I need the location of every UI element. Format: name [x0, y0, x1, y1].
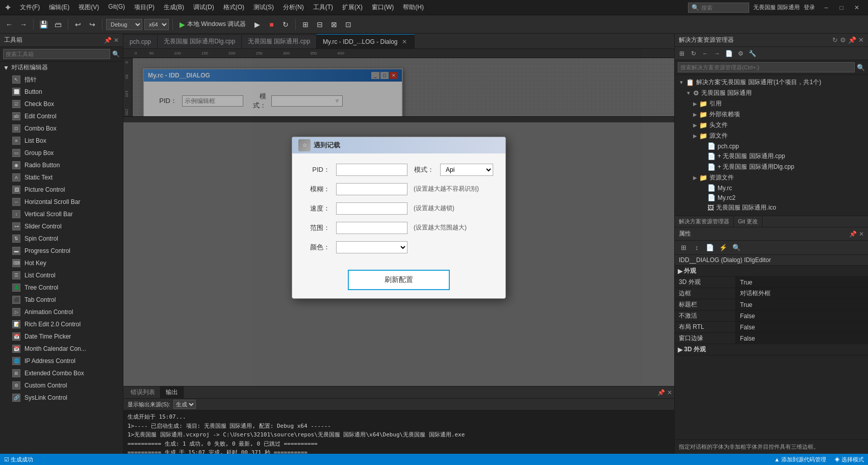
props-section-0[interactable]: ▶ 外观	[675, 266, 868, 277]
tree-item-2[interactable]: ▶📁引用	[675, 98, 868, 109]
sol-pin-icon[interactable]: 📌	[848, 36, 856, 44]
toolbox-item-v_scroll_bar[interactable]: ↕Vertical Scroll Bar	[0, 208, 123, 220]
redo-button[interactable]: ↪	[86, 18, 98, 31]
modal-mode-select[interactable]: Api Window	[440, 164, 493, 176]
menu-item-X[interactable]: 扩展(X)	[338, 2, 367, 13]
tree-item-9[interactable]: ▶📁资源文件	[675, 172, 868, 183]
toolbox-item-edit_control[interactable]: abEdit Control	[0, 110, 123, 122]
toolbox-item-pointer[interactable]: ↖指针	[0, 73, 123, 86]
toolbox-item-combo_box[interactable]: ⊡Combo Box	[0, 122, 123, 135]
menu-item-V[interactable]: 视图(V)	[74, 2, 103, 13]
sol-close-icon[interactable]: ✕	[858, 36, 864, 44]
toolbox-item-extended_combo[interactable]: ⊞Extended Combo Box	[0, 367, 123, 379]
tab-rc_dialog[interactable]: My.rc - IDD_...LOG - Dialog✕	[317, 34, 414, 48]
toolbox-pin-icon[interactable]: 📌	[104, 37, 112, 44]
tab-pch[interactable]: pch.cpp	[123, 34, 158, 48]
status-add-to-source[interactable]: ▲ 添加到源代码管理	[774, 456, 826, 463]
undo-button[interactable]: ↩	[72, 18, 84, 31]
sol-toolbar-btn6[interactable]: ⚙	[735, 48, 746, 59]
save-all-button[interactable]: 🗃	[52, 18, 64, 31]
run-continue-button[interactable]: ▶	[251, 18, 263, 31]
props-close-icon[interactable]: ✕	[859, 230, 864, 238]
solution-switch-git[interactable]: Git 更改	[734, 216, 762, 227]
tree-item-3[interactable]: ▶📁外部依赖项	[675, 109, 868, 120]
toolbox-item-spin_control[interactable]: ⇅Spin Control	[0, 232, 123, 245]
maximize-button[interactable]: □	[834, 3, 849, 13]
tab-main_cpp[interactable]: 无畏国服 国际通用.cpp	[242, 34, 317, 48]
tree-arrow-2[interactable]: ▶	[693, 101, 697, 107]
props-section-1[interactable]: ▶ 3D 外观	[675, 344, 868, 355]
toolbox-item-static_text[interactable]: AStatic Text	[0, 171, 123, 184]
toolbox-item-animation_control[interactable]: ▷Animation Control	[0, 306, 123, 318]
tree-item-12[interactable]: 🖼无畏国服 国际通用.ico	[675, 202, 868, 213]
props-pages-btn[interactable]: 📄	[704, 242, 716, 253]
save-button[interactable]: 💾	[37, 18, 50, 31]
toolbox-section-dialog[interactable]: ▼ 对话框编辑器	[0, 62, 123, 73]
layout-btn1[interactable]: ⊞	[299, 18, 312, 31]
tree-item-7[interactable]: 📄+ 无畏国服 国际通用.cpp	[675, 151, 868, 162]
output-source-select[interactable]: 生成	[173, 400, 196, 409]
tab-error-list[interactable]: 错误列表	[125, 386, 161, 399]
close-button[interactable]: ✕	[850, 3, 864, 13]
tree-arrow-0[interactable]: ▼	[679, 80, 684, 85]
layout-btn2[interactable]: ⊟	[314, 18, 326, 31]
toolbox-search-input[interactable]	[3, 49, 110, 59]
status-selection-mode[interactable]: ◈ 选择模式	[834, 456, 864, 463]
back-button[interactable]: ←	[3, 18, 15, 31]
tree-item-5[interactable]: ▶📁源文件	[675, 131, 868, 141]
toolbox-item-button[interactable]: ⬜Button	[0, 86, 123, 98]
menu-item-GitG[interactable]: Git(G)	[104, 2, 129, 13]
toolbox-close-icon[interactable]: ✕	[114, 37, 119, 44]
props-row-0-3[interactable]: 不激活False	[675, 311, 868, 322]
toolbox-item-h_scroll_bar[interactable]: ↔Horizontal Scroll Bar	[0, 196, 123, 208]
tree-item-8[interactable]: 📄+ 无畏国服 国际通用Dlg.cpp	[675, 162, 868, 172]
toolbox-item-list_control[interactable]: ☰List Control	[0, 269, 123, 281]
tab-output[interactable]: 输出	[161, 386, 184, 399]
toolbox-item-tab_control[interactable]: ⬛Tab Control	[0, 294, 123, 306]
toolbox-item-custom_control[interactable]: ⚙Custom Control	[0, 379, 123, 392]
layout-btn3[interactable]: ⊠	[328, 18, 340, 31]
toolbox-item-rich_edit[interactable]: 📝Rich Edit 2.0 Control	[0, 318, 123, 330]
global-search-input[interactable]	[701, 5, 742, 11]
menu-item-N[interactable]: 分析(N)	[279, 2, 308, 13]
sol-toolbar-btn7[interactable]: 🔧	[747, 48, 757, 59]
tree-item-1[interactable]: ▼⚙无畏国服 国际通用	[675, 88, 868, 98]
toolbox-item-progress_control[interactable]: ▬Progress Control	[0, 245, 123, 257]
toolbox-item-tree_control[interactable]: 🌲Tree Control	[0, 281, 123, 294]
props-row-0-1[interactable]: 边框对话框外框	[675, 288, 868, 299]
props-row-0-4[interactable]: 布局 RTLFalse	[675, 322, 868, 333]
toolbox-item-month_calendar[interactable]: 📆Month Calendar Con...	[0, 343, 123, 355]
minimize-button[interactable]: –	[819, 3, 833, 13]
tab-dlg_cpp[interactable]: 无畏国服 国际通用Dlg.cpp	[158, 34, 242, 48]
menu-item-B[interactable]: 生成(B)	[160, 2, 188, 13]
tree-arrow-1[interactable]: ▼	[686, 90, 691, 96]
menu-item-P[interactable]: 项目(P)	[130, 2, 159, 13]
props-alpha-btn[interactable]: ↕	[691, 242, 702, 253]
forward-button[interactable]: →	[17, 18, 30, 31]
tree-arrow-5[interactable]: ▶	[693, 133, 697, 139]
toolbox-item-hot_key[interactable]: ⌨Hot Key	[0, 257, 123, 269]
menu-item-W[interactable]: 窗口(W)	[368, 2, 398, 13]
tree-item-0[interactable]: ▼📋解决方案'无畏国服 国际通用'(1个项目，共1个)	[675, 77, 868, 88]
toolbox-item-list_box[interactable]: ≡List Box	[0, 135, 123, 147]
global-search-box[interactable]: 🔍	[688, 3, 749, 13]
solution-switch-sol[interactable]: 解决方案资源管理器	[675, 216, 734, 227]
modal-color-select[interactable]	[336, 241, 407, 253]
modal-pid-input[interactable]	[336, 164, 407, 176]
toolbox-item-group_box[interactable]: ▭Group Box	[0, 147, 123, 159]
props-row-0-0[interactable]: 3D 外观True	[675, 277, 868, 288]
toolbox-item-picture_control[interactable]: 🖼Picture Control	[0, 184, 123, 196]
tree-arrow-9[interactable]: ▶	[693, 175, 697, 180]
solution-search-input[interactable]	[678, 62, 855, 72]
config-combo[interactable]: Debug Release	[106, 19, 142, 30]
tree-item-6[interactable]: 📄pch.cpp	[675, 141, 868, 151]
modal-refresh-button[interactable]: 刷新配置	[348, 270, 450, 290]
props-row-0-2[interactable]: 标题栏True	[675, 299, 868, 311]
props-row-0-5[interactable]: 窗口边缘False	[675, 333, 868, 344]
sol-toolbar-btn4[interactable]: →	[712, 48, 722, 59]
menu-item-H[interactable]: 帮助(H)	[399, 2, 428, 13]
menu-item-F[interactable]: 文件(F)	[16, 2, 44, 13]
toolbox-item-check_box[interactable]: ☑Check Box	[0, 98, 123, 110]
tree-arrow-3[interactable]: ▶	[693, 112, 697, 117]
tree-arrow-4[interactable]: ▶	[693, 122, 697, 128]
